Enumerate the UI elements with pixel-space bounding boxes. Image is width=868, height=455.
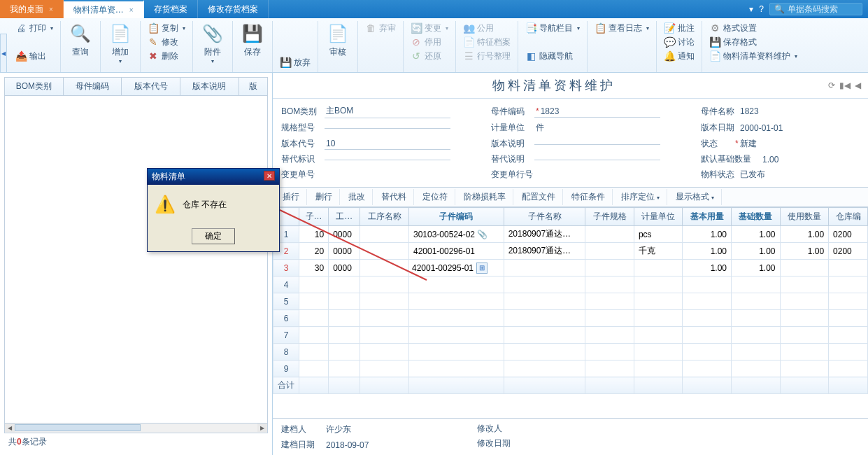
child-code-cell[interactable]: 42001-00296-01 (408, 243, 504, 260)
add-button[interactable]: 📄增加▾ (105, 21, 136, 66)
save-button[interactable]: 💾保存 (237, 21, 268, 59)
child-code-cell[interactable]: 30103-00524-02📎 (408, 226, 504, 243)
table-row[interactable]: 4 (273, 276, 868, 293)
close-icon[interactable]: × (49, 6, 53, 13)
parent-name-field: 1823 (739, 106, 865, 117)
alt-material-button[interactable]: 替代料 (374, 189, 414, 205)
save-format-button[interactable]: 💾保存格式 (706, 35, 800, 49)
loss-rate-button[interactable]: 阶梯损耗率 (457, 189, 513, 205)
discard-button[interactable]: 💾放弃 (277, 55, 313, 69)
config-file-button[interactable]: 配置文件 (515, 189, 563, 205)
discuss-button[interactable]: 💬讨论 (661, 35, 697, 49)
spec-field[interactable] (325, 127, 450, 129)
table-row[interactable]: 7 (273, 327, 868, 344)
search-icon: 🔍 (774, 4, 785, 14)
row-button[interactable]: ☰行号整理 (460, 49, 513, 63)
change-button[interactable]: 🔄变更▾ (408, 21, 451, 35)
top-tab-bar: 我的桌面× 物料清单资…× 存货档案 修改存货档案 ▾ ? 🔍 (0, 0, 868, 18)
locator-button[interactable]: 定位符 (415, 189, 455, 205)
barcode-search-input[interactable] (788, 4, 858, 14)
audit-button[interactable]: 📄审核 (322, 21, 353, 59)
query-button[interactable]: 🔍查询 (65, 21, 96, 59)
col-header[interactable]: 母件编码 (64, 78, 122, 95)
save-icon: 💾 (241, 22, 264, 45)
scroll-thumb[interactable] (15, 424, 141, 431)
insert-row-button[interactable]: 插行 (276, 189, 307, 205)
help-icon[interactable]: ? (759, 4, 764, 14)
export-button[interactable]: 📤输出 (13, 49, 56, 63)
log-button[interactable]: 📋查看日志▾ (592, 21, 652, 35)
alt-id-field[interactable] (325, 158, 450, 160)
attach-button[interactable]: 📎附件▾ (197, 21, 228, 66)
change-row-field (541, 174, 667, 176)
table-row[interactable]: 8 (273, 344, 868, 360)
tab-bom[interactable]: 物料清单资…× (64, 0, 144, 18)
refresh-icon[interactable]: ⟳ (828, 80, 835, 90)
navbar-button[interactable]: 📑导航栏目▾ (522, 21, 583, 35)
row-number: 4 (273, 276, 299, 293)
collapse-handle[interactable]: ◀ (0, 34, 7, 73)
lookup-icon[interactable]: ⊞ (476, 262, 488, 274)
format-set-button[interactable]: ⚙格式设置 (706, 21, 800, 35)
table-row[interactable]: 2 20 0000 42001-00296-01 20180907通达… 千克 … (273, 243, 868, 260)
table-row[interactable]: 1 10 0000 30103-00524-02📎 20180907通达… pc… (273, 226, 868, 243)
discard-icon: 💾 (280, 57, 291, 68)
display-format-button[interactable]: 显示格式▾ (669, 189, 722, 205)
right-panel: 物料清单资料维护 ⟳ ▮◀ ◀ BOM类别主BOM 母件编码*1823 母件名称… (273, 73, 868, 455)
table-row[interactable]: 6 (273, 310, 868, 327)
stop-button[interactable]: ⊘停用 (408, 35, 451, 49)
row-number: 7 (273, 327, 299, 344)
delete-row-button[interactable]: 删行 (308, 189, 340, 205)
copy-button[interactable]: 📋复制▾ (145, 21, 188, 35)
trash-button[interactable]: 🗑弃审 (362, 21, 399, 35)
prev-icon[interactable]: ◀ (855, 80, 861, 90)
horizontal-scrollbar[interactable]: ◀ ▶ (4, 424, 268, 433)
notify-button[interactable]: 🔔通知 (661, 49, 697, 63)
delete-button[interactable]: ✖删除 (145, 49, 188, 63)
edit-button[interactable]: ✎修改 (145, 35, 188, 49)
first-icon[interactable]: ▮◀ (839, 80, 851, 90)
tab-modify-inventory[interactable]: 修改存货档案 (198, 0, 269, 18)
public-button[interactable]: 👥公用 (460, 21, 513, 35)
alt-desc-field[interactable] (534, 158, 660, 160)
grid-wrapper[interactable]: 子… 工… 工序名称 子件编码 子件名称 子件规格 计量单位 基本用量 基础数量… (273, 207, 868, 418)
col-header[interactable]: 版本代号 (122, 78, 180, 95)
child-code-cell-editing[interactable]: 42001-00295-01⊞ (408, 260, 504, 276)
print-button[interactable]: 🖨打印▾ (13, 21, 56, 35)
col-header[interactable]: 版 (239, 78, 267, 95)
batch-button[interactable]: 📝批注 (661, 21, 697, 35)
table-row[interactable]: 9 (273, 360, 868, 377)
discuss-icon: 💬 (664, 36, 675, 48)
scroll-left-icon[interactable]: ◀ (5, 424, 15, 432)
form-header: BOM类别主BOM 母件编码*1823 母件名称1823 规格型号 计量单位件 … (273, 99, 868, 187)
table-row[interactable]: 3 30 0000 42001-00295-01⊞ 1.00 1.00 (273, 260, 868, 276)
copy-icon: 📋 (148, 22, 159, 34)
create-date-field: 2018-09-07 (325, 440, 450, 451)
grid-toolbar: 插行 删行 批改 替代料 定位符 阶梯损耗率 配置文件 特征条件 排序定位▾ 显… (273, 187, 868, 207)
feature-cond-button[interactable]: 特征条件 (564, 189, 613, 205)
delete-icon: ✖ (148, 50, 159, 62)
close-icon[interactable]: × (129, 6, 134, 14)
ver-desc-field[interactable] (534, 143, 660, 145)
barcode-search[interactable]: 🔍 (769, 3, 862, 15)
maintain-button[interactable]: 📄物料清单资料维护▾ (706, 49, 800, 63)
ver-code-field[interactable]: 10 (325, 138, 450, 150)
col-header[interactable]: BOM类别 (5, 78, 64, 95)
dialog-ok-button[interactable]: 确定 (192, 228, 235, 244)
table-row[interactable]: 5 (273, 293, 868, 310)
creator-field: 许少东 (325, 423, 450, 436)
bom-type-field[interactable]: 主BOM (325, 104, 450, 118)
left-grid-body[interactable] (4, 96, 268, 424)
tab-desktop[interactable]: 我的桌面× (0, 0, 64, 18)
restore-button[interactable]: ↺还原 (408, 49, 451, 63)
feature-button[interactable]: 📄特征档案 (460, 35, 513, 49)
chevron-down-icon[interactable]: ▾ (749, 4, 753, 14)
tab-inventory[interactable]: 存货档案 (144, 0, 198, 18)
batch-edit-button[interactable]: 批改 (341, 189, 373, 205)
dialog-close-button[interactable]: ✕ (264, 171, 275, 181)
scroll-right-icon[interactable]: ▶ (257, 424, 267, 432)
parent-code-field[interactable]: *1823 (534, 106, 660, 118)
hide-nav-button[interactable]: ◧隐藏导航 (522, 49, 583, 63)
sort-button[interactable]: 排序定位▾ (614, 189, 667, 205)
col-header[interactable]: 版本说明 (180, 78, 239, 95)
